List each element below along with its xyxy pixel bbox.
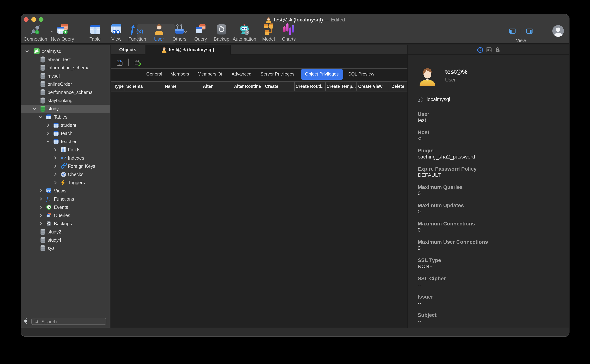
svg-text:f: f (131, 24, 135, 35)
svg-text:f: f (46, 196, 49, 202)
svg-text:(x): (x) (136, 28, 143, 34)
svg-text:x: x (49, 199, 51, 202)
svg-text:A-Z: A-Z (61, 156, 66, 160)
svg-text:DDL: DDL (487, 49, 491, 51)
